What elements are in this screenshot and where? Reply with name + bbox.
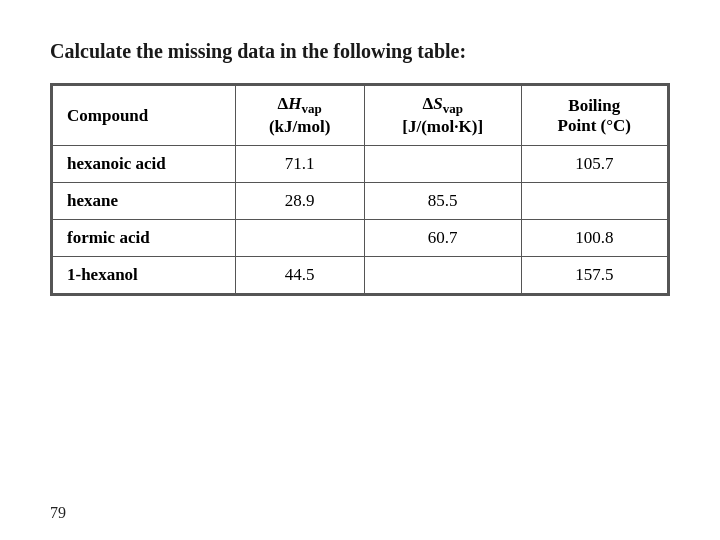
bp-cell: [521, 183, 667, 220]
dh-cell: [235, 220, 364, 257]
dh-cell: 28.9: [235, 183, 364, 220]
data-table: Compound ΔHvap (kJ/mol) ΔSvap [J/(mol·K)…: [50, 83, 670, 296]
bp-cell: 105.7: [521, 146, 667, 183]
table-row: hexane 28.9 85.5: [53, 183, 668, 220]
ds-cell: 60.7: [364, 220, 521, 257]
bp-cell: 157.5: [521, 257, 667, 294]
table-row: 1-hexanol 44.5 157.5: [53, 257, 668, 294]
dh-cell: 71.1: [235, 146, 364, 183]
ds-symbol: ΔSvap: [422, 94, 462, 113]
page-number: 79: [50, 504, 66, 522]
ds-cell: [364, 257, 521, 294]
table-row: hexanoic acid 71.1 105.7: [53, 146, 668, 183]
compound-cell: hexane: [53, 183, 236, 220]
dh-symbol: ΔHvap: [278, 94, 322, 113]
table-row: formic acid 60.7 100.8: [53, 220, 668, 257]
col-header-dh: ΔHvap (kJ/mol): [235, 86, 364, 146]
compound-cell: 1-hexanol: [53, 257, 236, 294]
ds-cell: [364, 146, 521, 183]
page-title: Calculate the missing data in the follow…: [50, 40, 670, 63]
compound-cell: formic acid: [53, 220, 236, 257]
ds-cell: 85.5: [364, 183, 521, 220]
col-header-compound: Compound: [53, 86, 236, 146]
col-header-ds: ΔSvap [J/(mol·K)]: [364, 86, 521, 146]
bp-cell: 100.8: [521, 220, 667, 257]
col-header-bp: Boiling Point (°C): [521, 86, 667, 146]
page: Calculate the missing data in the follow…: [0, 0, 720, 540]
compound-cell: hexanoic acid: [53, 146, 236, 183]
dh-cell: 44.5: [235, 257, 364, 294]
